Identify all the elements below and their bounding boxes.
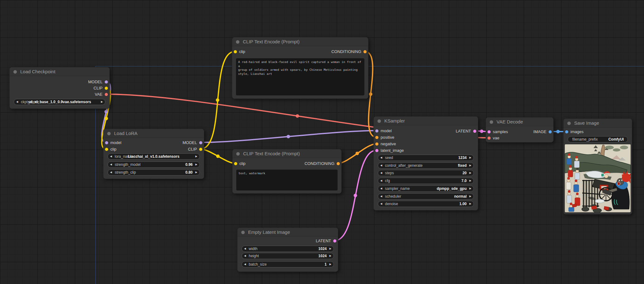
node-titlebar[interactable]: Load Checkpoint [10,67,109,76]
output-port-latent[interactable] [473,130,476,133]
widget-strength-clip[interactable]: ◀ strength_clip 0.80 ▶ [108,169,200,176]
next-arrow-icon[interactable]: ▶ [329,246,331,252]
link-dot[interactable] [296,114,299,118]
widget-batch-size[interactable]: ◀ batch_size 1 ▶ [242,261,334,267]
node-titlebar[interactable]: Load LoRA [103,129,204,138]
input-port-negative[interactable] [375,142,378,146]
widget-ckpt-name[interactable]: ◀ ckpt_name sd_xl_base_1.0_0.9vae.safete… [14,99,105,105]
widget-cfg[interactable]: ◀ cfg 7.0 ▶ [378,178,474,184]
next-arrow-icon[interactable]: ▶ [195,154,197,159]
link-dot[interactable] [556,130,560,133]
prev-arrow-icon[interactable]: ◀ [244,262,246,267]
prev-arrow-icon[interactable]: ◀ [380,163,382,168]
widget-lora-name[interactable]: ◀ lora_name Liaozhai_xl_v1.0.safetensors… [108,153,200,160]
next-arrow-icon[interactable]: ▶ [469,186,471,191]
output-port-model[interactable] [105,80,108,84]
widget-control-after-generate[interactable]: ◀ control_after_generate fixed ▶ [378,162,474,169]
node-empty-latent-image[interactable]: Empty Latent Image LATENT ◀ width 1024 ▶… [237,228,338,272]
input-port-model[interactable] [375,129,378,132]
link-dot[interactable] [105,117,108,120]
collapse-dot-icon[interactable] [236,152,240,156]
next-arrow-icon[interactable]: ▶ [469,178,471,184]
input-port-samples[interactable] [488,130,491,133]
next-arrow-icon[interactable]: ▶ [469,155,471,161]
widget-filename-prefix[interactable]: filename_prefix ComfyUI [568,136,628,142]
link-dot[interactable] [216,99,219,102]
input-port-clip[interactable] [234,162,237,165]
prev-arrow-icon[interactable]: ◀ [380,186,382,191]
collapse-dot-icon[interactable] [13,70,17,74]
node-save-image[interactable]: Save Image images filename_prefix ComfyU… [563,118,632,214]
input-port-latent-image[interactable] [375,149,378,152]
node-ksampler[interactable]: KSampler model positive negative latent_… [373,116,478,210]
collapse-dot-icon[interactable] [377,119,381,123]
link-dot[interactable] [287,135,290,138]
prev-arrow-icon[interactable]: ◀ [380,155,382,161]
output-port-conditioning[interactable] [363,50,367,53]
prev-arrow-icon[interactable]: ◀ [244,246,246,252]
input-port-clip[interactable] [234,50,237,53]
prompt-textarea[interactable]: text, watermark [236,170,338,190]
next-arrow-icon[interactable]: ▶ [195,162,197,167]
link-dot[interactable] [104,110,108,113]
node-load-lora[interactable]: Load LoRA model clip MODEL CLIP ◀ lora_n… [103,129,204,179]
output-port-model[interactable] [199,141,202,144]
collapse-dot-icon[interactable] [241,231,245,234]
node-vae-decode[interactable]: VAE Decode samples vae IMAGE [486,117,554,142]
node-titlebar[interactable]: KSampler [374,117,478,125]
prev-arrow-icon[interactable]: ◀ [244,253,246,259]
link-dot[interactable] [356,152,359,155]
next-arrow-icon[interactable]: ▶ [469,163,471,168]
next-arrow-icon[interactable]: ▶ [469,201,471,207]
prev-arrow-icon[interactable]: ◀ [380,201,382,207]
widget-width[interactable]: ◀ width 1024 ▶ [242,246,334,252]
link-dot[interactable] [369,93,372,96]
widget-sampler-name[interactable]: ◀ sampler_name dpmpp_sde_gpu ▶ [378,185,474,192]
node-titlebar[interactable]: CLIP Text Encode (Prompt) [233,149,341,158]
link-dot[interactable] [354,194,357,197]
prev-arrow-icon[interactable]: ◀ [110,162,112,167]
input-port-vae[interactable] [488,137,491,140]
node-titlebar[interactable]: Empty Latent Image [238,228,338,237]
link-dot[interactable] [480,130,483,133]
output-port-clip[interactable] [105,87,108,90]
generated-image-preview[interactable] [565,144,631,212]
output-port-image[interactable] [549,130,552,133]
widget-seed[interactable]: ◀ seed 1234 ▶ [378,155,474,161]
output-port-clip[interactable] [199,148,202,151]
output-port-vae[interactable] [105,93,108,96]
node-titlebar[interactable]: Save Image [564,119,632,128]
output-port-latent[interactable] [333,239,336,243]
collapse-dot-icon[interactable] [236,40,239,44]
prev-arrow-icon[interactable]: ◀ [380,194,382,199]
widget-strength-model[interactable]: ◀ strength_model 0.96 ▶ [108,161,200,168]
prev-arrow-icon[interactable]: ◀ [380,170,382,176]
prompt-textarea[interactable]: A red-haired and black-faced evil spirit… [236,58,364,95]
next-arrow-icon[interactable]: ▶ [101,99,103,105]
next-arrow-icon[interactable]: ▶ [469,170,471,176]
node-clip-text-encode-positive[interactable]: CLIP Text Encode (Prompt) clip CONDITION… [232,37,368,99]
next-arrow-icon[interactable]: ▶ [469,194,471,199]
output-port-conditioning[interactable] [337,162,340,165]
input-port-images[interactable] [565,130,568,133]
next-arrow-icon[interactable]: ▶ [329,253,331,259]
collapse-dot-icon[interactable] [567,122,571,125]
input-port-positive[interactable] [375,136,378,139]
input-port-model[interactable] [105,141,108,144]
collapse-dot-icon[interactable] [490,120,493,124]
widget-scheduler[interactable]: ◀ scheduler normal ▶ [378,193,474,200]
widget-steps[interactable]: ◀ steps 20 ▶ [378,170,474,176]
widget-height[interactable]: ◀ height 1024 ▶ [242,253,334,259]
widget-denoise[interactable]: ◀ denoise 1.00 ▶ [378,201,474,207]
prev-arrow-icon[interactable]: ◀ [110,170,112,175]
next-arrow-icon[interactable]: ▶ [195,170,197,175]
node-titlebar[interactable]: VAE Decode [486,118,553,126]
node-titlebar[interactable]: CLIP Text Encode (Prompt) [232,37,368,46]
node-load-checkpoint[interactable]: Load Checkpoint MODEL CLIP VAE ◀ ckpt_na… [9,67,110,109]
collapse-dot-icon[interactable] [107,132,111,135]
prev-arrow-icon[interactable]: ◀ [380,178,382,184]
comfyui-node-graph-canvas[interactable]: Load Checkpoint MODEL CLIP VAE ◀ ckpt_na… [0,0,644,284]
input-port-clip[interactable] [105,148,108,151]
next-arrow-icon[interactable]: ▶ [329,262,331,267]
link-dot[interactable] [216,155,220,158]
